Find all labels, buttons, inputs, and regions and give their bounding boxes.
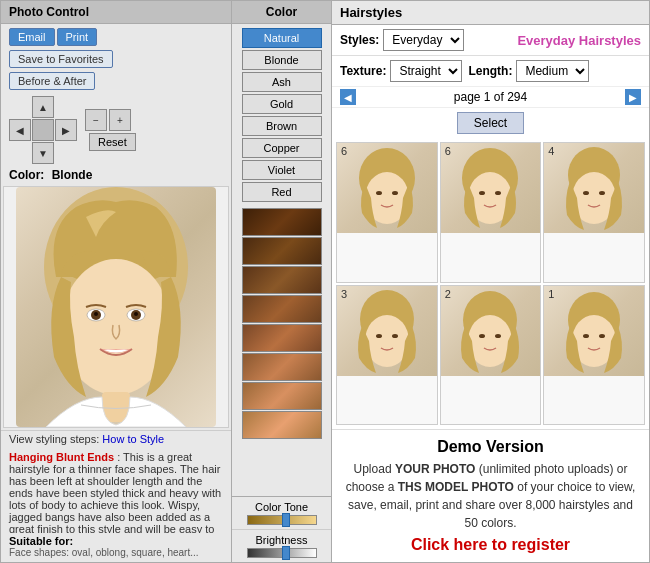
svg-point-20 <box>599 191 605 195</box>
reset-button[interactable]: Reset <box>89 133 136 151</box>
hairstyles-header: Hairstyles <box>332 1 649 25</box>
pagination-row: ◀ page 1 of 294 ▶ <box>332 86 649 108</box>
hair-thumb-4 <box>544 143 644 233</box>
hair-item-6a[interactable]: 6 <box>336 142 438 283</box>
color-label-row: Color: Blonde <box>1 166 231 184</box>
before-after-button[interactable]: Before & After <box>9 72 95 90</box>
swatch-2[interactable] <box>242 237 322 265</box>
how-to-style-link[interactable]: How to Style <box>102 433 164 445</box>
svg-point-24 <box>392 334 398 338</box>
your-photo-text: YOUR PHOTO <box>395 462 475 476</box>
favorites-button[interactable]: Save to Favorites <box>9 50 113 68</box>
svg-point-15 <box>479 191 485 195</box>
color-btn-violet[interactable]: Violet <box>242 160 322 180</box>
demo-text: Upload YOUR PHOTO (unlimited photo uploa… <box>340 460 641 532</box>
nav-cross: ▲ ◀ ▶ ▼ <box>9 96 77 164</box>
nav-left-button[interactable]: ◀ <box>9 119 31 141</box>
color-panel-header: Color <box>232 1 331 24</box>
texture-select[interactable]: Straight <box>390 60 462 82</box>
styles-label: Styles: <box>340 33 379 47</box>
hair-thumb-1 <box>544 286 644 376</box>
ths-model-text: THS MODEL PHOTO <box>398 480 514 494</box>
svg-point-16 <box>495 191 501 195</box>
color-btn-copper[interactable]: Copper <box>242 138 322 158</box>
texture-length-row: Texture: Straight Length: Medium <box>332 56 649 86</box>
swatch-8[interactable] <box>242 411 322 439</box>
top-buttons-row: Email Print <box>1 24 231 50</box>
hair-num-6a: 6 <box>341 145 347 157</box>
next-page-button[interactable]: ▶ <box>625 89 641 105</box>
length-label: Length: <box>468 64 512 78</box>
color-tone-slider-container <box>236 515 327 525</box>
color-btn-ash[interactable]: Ash <box>242 72 322 92</box>
photo-area <box>3 186 229 428</box>
color-btn-blonde[interactable]: Blonde <box>242 50 322 70</box>
svg-point-28 <box>495 334 501 338</box>
everyday-label: Everyday Hairstyles <box>517 33 641 48</box>
left-panel: Photo Control Email Print Save to Favori… <box>0 0 232 563</box>
hair-thumb-6b <box>441 143 541 233</box>
brightness-thumb[interactable] <box>282 546 290 560</box>
color-btn-natural[interactable]: Natural <box>242 28 322 48</box>
photo-control-header: Photo Control <box>1 1 231 24</box>
swatch-3[interactable] <box>242 266 322 294</box>
swatch-6[interactable] <box>242 353 322 381</box>
demo-section: Demo Version Upload YOUR PHOTO (unlimite… <box>332 429 649 562</box>
select-button[interactable]: Select <box>457 112 524 134</box>
face-shapes-text: Face shapes: oval, oblong, square, heart… <box>9 547 223 558</box>
face-svg <box>16 187 216 427</box>
svg-point-23 <box>376 334 382 338</box>
nav-up-button[interactable]: ▲ <box>32 96 54 118</box>
swatch-4[interactable] <box>242 295 322 323</box>
styles-control: Styles: Everyday <box>340 29 464 51</box>
color-value: Blonde <box>52 168 93 182</box>
swatch-5[interactable] <box>242 324 322 352</box>
color-buttons-list: Natural Blonde Ash Gold Brown Copper Vio… <box>232 24 331 206</box>
length-control: Length: Medium <box>468 60 589 82</box>
length-select[interactable]: Medium <box>516 60 589 82</box>
zoom-minus-button[interactable]: − <box>85 109 107 131</box>
page-text: page 1 of 294 <box>454 90 527 104</box>
svg-point-7 <box>134 312 138 316</box>
hair-item-4[interactable]: 4 <box>543 142 645 283</box>
svg-point-27 <box>479 334 485 338</box>
brightness-track[interactable] <box>247 548 317 558</box>
swatch-1[interactable] <box>242 208 322 236</box>
hair-thumb-2 <box>441 286 541 376</box>
print-button[interactable]: Print <box>57 28 98 46</box>
hair-desc-text: : This is a great hairstyle for a thinne… <box>9 451 221 533</box>
hair-thumb-3 <box>337 286 437 376</box>
svg-point-32 <box>599 334 605 338</box>
right-panel: Hairstyles Styles: Everyday Everyday Hai… <box>332 0 650 563</box>
email-button[interactable]: Email <box>9 28 55 46</box>
prev-page-button[interactable]: ◀ <box>340 89 356 105</box>
color-btn-brown[interactable]: Brown <box>242 116 322 136</box>
texture-label: Texture: <box>340 64 386 78</box>
brightness-section: Brightness <box>232 529 331 562</box>
nav-center-button[interactable] <box>32 119 54 141</box>
nav-row: ▲ ◀ ▶ ▼ − + Reset <box>1 94 231 166</box>
zoom-plus-button[interactable]: + <box>109 109 131 131</box>
color-btn-red[interactable]: Red <box>242 182 322 202</box>
nav-right-button[interactable]: ▶ <box>55 119 77 141</box>
color-btn-gold[interactable]: Gold <box>242 94 322 114</box>
demo-title: Demo Version <box>340 438 641 456</box>
svg-point-12 <box>392 191 398 195</box>
hair-title: Hanging Blunt Ends <box>9 451 114 463</box>
hair-item-6b[interactable]: 6 <box>440 142 542 283</box>
hair-num-6b: 6 <box>445 145 451 157</box>
hair-num-2: 2 <box>445 288 451 300</box>
register-link[interactable]: Click here to register <box>340 536 641 554</box>
svg-point-4 <box>94 312 98 316</box>
controls-area: Styles: Everyday Everyday Hairstyles <box>332 25 649 56</box>
swatch-7[interactable] <box>242 382 322 410</box>
suitable-label: Suitable for: <box>9 535 73 547</box>
photo-placeholder <box>16 187 216 427</box>
nav-down-button[interactable]: ▼ <box>32 142 54 164</box>
hair-item-1[interactable]: 1 <box>543 285 645 426</box>
color-tone-track[interactable] <box>247 515 317 525</box>
hair-item-2[interactable]: 2 <box>440 285 542 426</box>
color-tone-thumb[interactable] <box>282 513 290 527</box>
styles-select[interactable]: Everyday <box>383 29 464 51</box>
hair-item-3[interactable]: 3 <box>336 285 438 426</box>
